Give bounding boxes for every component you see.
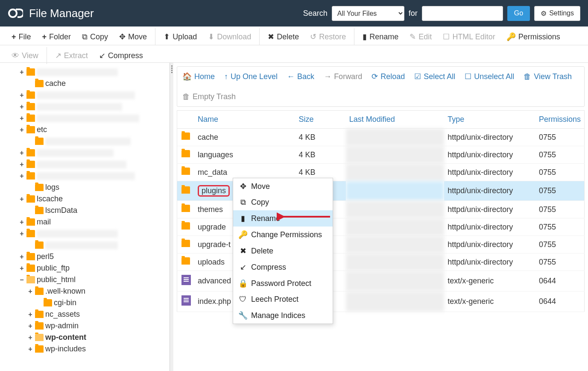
home-button[interactable]: 🏠Home bbox=[181, 70, 216, 83]
context-menu-item[interactable]: ⧉Copy bbox=[233, 194, 333, 210]
permissions-button[interactable]: 🔑Permissions bbox=[501, 28, 566, 45]
tree-node[interactable]: + bbox=[19, 228, 170, 239]
context-menu-item[interactable]: ✥Move bbox=[233, 178, 333, 194]
copy-button[interactable]: ⧉Copy bbox=[76, 28, 114, 45]
tree-toggle-icon[interactable]: + bbox=[19, 253, 25, 261]
tree-label[interactable]: mail bbox=[37, 218, 51, 227]
context-menu-item[interactable]: ✖Delete bbox=[233, 243, 333, 259]
restore-button[interactable]: ↺Restore bbox=[304, 28, 351, 45]
select-all-button[interactable]: ☑Select All bbox=[413, 70, 456, 83]
tree-node[interactable]: +wp-includes bbox=[19, 343, 170, 355]
tree-toggle-icon[interactable]: + bbox=[27, 345, 33, 353]
tree-node[interactable]: +nc_assets bbox=[19, 309, 170, 320]
rename-button[interactable]: ▮Rename bbox=[357, 28, 404, 45]
tree-toggle-icon[interactable]: + bbox=[19, 161, 25, 168]
tree-label[interactable] bbox=[37, 161, 126, 168]
go-button[interactable]: Go bbox=[507, 6, 530, 21]
view-trash-button[interactable]: 🗑View Trash bbox=[523, 71, 573, 83]
tree-label[interactable]: wp-content bbox=[45, 333, 86, 342]
tree-label[interactable] bbox=[45, 138, 131, 145]
tree-toggle-icon[interactable]: + bbox=[19, 103, 25, 111]
tree-toggle-icon[interactable]: − bbox=[19, 276, 25, 284]
view-button[interactable]: 👁View bbox=[6, 47, 44, 64]
tree-label[interactable] bbox=[37, 230, 118, 238]
html-editor-button[interactable]: ☐HTML Editor bbox=[437, 28, 500, 45]
tree-toggle-icon[interactable]: + bbox=[19, 195, 25, 203]
pane-splitter[interactable] bbox=[170, 63, 173, 371]
empty-trash-button[interactable]: 🗑Empty Trash bbox=[181, 91, 237, 103]
tree-toggle-icon[interactable]: + bbox=[27, 288, 33, 295]
tree-node[interactable]: + bbox=[19, 159, 170, 170]
tree-label[interactable] bbox=[37, 68, 118, 76]
tree-toggle-icon[interactable]: + bbox=[19, 265, 25, 272]
search-scope-select[interactable]: All Your Files bbox=[332, 6, 404, 21]
new-file-button[interactable]: +File bbox=[6, 28, 37, 45]
tree-node[interactable]: logs bbox=[19, 182, 170, 193]
tree-label[interactable]: nc_assets bbox=[45, 310, 80, 319]
settings-button[interactable]: ⚙ Settings bbox=[534, 6, 580, 21]
tree-label[interactable] bbox=[37, 91, 135, 99]
tree-toggle-icon[interactable]: + bbox=[19, 68, 25, 76]
move-button[interactable]: ✥Move bbox=[114, 28, 152, 45]
tree-label[interactable]: lscmData bbox=[45, 206, 77, 215]
tree-node[interactable] bbox=[19, 135, 170, 147]
tree-label[interactable]: logs bbox=[45, 183, 59, 192]
tree-label[interactable] bbox=[37, 172, 135, 180]
tree-label[interactable]: .well-known bbox=[45, 287, 85, 296]
tree-node[interactable]: + bbox=[19, 66, 170, 78]
tree-toggle-icon[interactable]: + bbox=[19, 172, 25, 180]
tree-toggle-icon[interactable]: + bbox=[19, 115, 25, 122]
tree-node[interactable]: + bbox=[19, 147, 170, 159]
context-menu-item[interactable]: 🔑Change Permissions bbox=[233, 227, 333, 243]
tree-label[interactable] bbox=[37, 149, 114, 157]
tree-node[interactable]: lscmData bbox=[19, 205, 170, 216]
tree-label[interactable]: cache bbox=[45, 79, 66, 88]
tree-label[interactable] bbox=[37, 115, 139, 122]
tree-node[interactable]: + bbox=[19, 101, 170, 112]
tree-node[interactable]: +etc bbox=[19, 124, 170, 135]
context-menu-item[interactable]: ▮Rename bbox=[233, 210, 333, 227]
tree-node[interactable]: cgi-bin bbox=[19, 297, 170, 309]
tree-node[interactable]: + bbox=[19, 112, 170, 124]
tree-node[interactable]: +public_ftp bbox=[19, 262, 170, 274]
tree-node[interactable]: + bbox=[19, 170, 170, 182]
compress-button[interactable]: ↙Compress bbox=[94, 47, 149, 64]
tree-node[interactable] bbox=[19, 239, 170, 251]
tree-node[interactable]: +.well-known bbox=[19, 286, 170, 297]
col-perms[interactable]: Permissions bbox=[535, 111, 585, 129]
new-folder-button[interactable]: +Folder bbox=[37, 28, 77, 45]
tree-toggle-icon[interactable]: + bbox=[27, 334, 33, 342]
download-button[interactable]: ⬇Download bbox=[202, 28, 257, 45]
tree-label[interactable]: lscache bbox=[37, 194, 63, 203]
extract-button[interactable]: ↗Extract bbox=[50, 47, 94, 64]
tree-label[interactable]: etc bbox=[37, 125, 47, 134]
tree-toggle-icon[interactable]: + bbox=[19, 230, 25, 238]
context-menu-item[interactable]: 🔒Password Protect bbox=[233, 275, 333, 292]
context-menu-item[interactable]: 🛡Leech Protect bbox=[233, 292, 333, 307]
tree-node[interactable]: +lscache bbox=[19, 193, 170, 205]
delete-button[interactable]: ✖Delete bbox=[262, 28, 304, 45]
tree-node[interactable]: +wp-content bbox=[19, 332, 170, 343]
tree-toggle-icon[interactable]: + bbox=[27, 322, 33, 330]
tree-toggle-icon[interactable]: + bbox=[19, 218, 25, 226]
col-modified[interactable]: Last Modified bbox=[346, 111, 444, 129]
reload-button[interactable]: ⟳Reload bbox=[371, 70, 406, 83]
forward-button[interactable]: →Forward bbox=[323, 71, 363, 83]
tree-node[interactable]: +wp-admin bbox=[19, 320, 170, 332]
tree-label[interactable]: perl5 bbox=[37, 252, 54, 261]
search-input[interactable] bbox=[422, 6, 503, 21]
unselect-all-button[interactable]: ☐Unselect All bbox=[464, 70, 515, 83]
up-one-level-button[interactable]: ↑Up One Level bbox=[223, 71, 278, 83]
tree-label[interactable]: wp-includes bbox=[45, 344, 86, 353]
tree-label[interactable] bbox=[37, 103, 122, 111]
tree-node[interactable]: cache bbox=[19, 78, 170, 89]
col-name[interactable]: Name bbox=[194, 111, 295, 129]
tree-label[interactable]: public_ftp bbox=[37, 264, 70, 273]
tree-node[interactable]: −public_html bbox=[19, 274, 170, 286]
tree-node[interactable]: +perl5 bbox=[19, 251, 170, 262]
tree-label[interactable] bbox=[45, 241, 118, 249]
col-size[interactable]: Size bbox=[295, 111, 345, 129]
tree-toggle-icon[interactable]: + bbox=[27, 311, 33, 318]
folder-tree-pane[interactable]: + cache+ + + +etc + + + logs+lscachelscm… bbox=[0, 63, 170, 371]
tree-toggle-icon[interactable]: + bbox=[19, 91, 25, 99]
